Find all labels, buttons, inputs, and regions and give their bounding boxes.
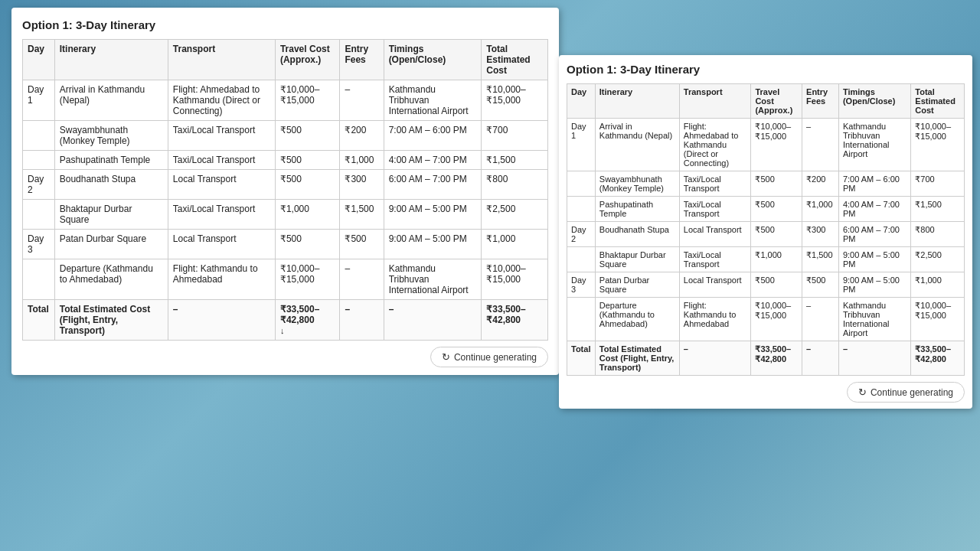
total-cell: Total Estimated Cost (Flight, Entry, Tra… bbox=[54, 300, 168, 341]
table-cell: ₹500 bbox=[751, 272, 802, 298]
table-cell: Day 1 bbox=[567, 119, 596, 171]
table-cell: ₹500 bbox=[751, 171, 802, 197]
table-cell: Day 1 bbox=[23, 80, 55, 121]
table-cell: 7:00 AM – 6:00 PM bbox=[838, 171, 910, 197]
refresh-icon: ↻ bbox=[442, 351, 450, 363]
s-col-day: Day bbox=[567, 84, 596, 119]
table-cell: Flight: Kathmandu to Ahmedabad bbox=[679, 298, 751, 341]
total-cell: Total bbox=[567, 341, 596, 376]
secondary-panel-title: Option 1: 3-Day Itinerary bbox=[567, 63, 965, 76]
table-cell: Local Transport bbox=[679, 222, 751, 247]
col-travel-cost: Travel Cost (Approx.) bbox=[275, 40, 339, 80]
table-row: Departure (Kathmandu to Ahmedabad)Flight… bbox=[567, 298, 965, 341]
table-cell: Bhaktapur Durbar Square bbox=[54, 200, 168, 230]
table-cell: 9:00 AM – 5:00 PM bbox=[838, 272, 910, 298]
table-row: Pashupatinath TempleTaxi/Local Transport… bbox=[567, 197, 965, 222]
table-cell: ₹1,000 bbox=[482, 230, 548, 259]
table-cell: ₹10,000–₹15,000 bbox=[482, 80, 548, 121]
table-cell: Day 2 bbox=[567, 222, 596, 247]
table-cell: ₹1,000 bbox=[275, 200, 339, 230]
table-cell: Taxi/Local Transport bbox=[679, 171, 751, 197]
table-cell: Patan Durbar Square bbox=[54, 230, 168, 259]
table-cell: Arrival in Kathmandu (Nepal) bbox=[595, 119, 679, 171]
table-cell: ₹500 bbox=[751, 197, 802, 222]
table-cell: ₹700 bbox=[911, 171, 965, 197]
total-row: TotalTotal Estimated Cost (Flight, Entry… bbox=[23, 300, 548, 341]
table-cell: 9:00 AM – 5:00 PM bbox=[838, 247, 910, 272]
table-cell bbox=[23, 200, 55, 230]
s-continue-generating-button[interactable]: ↻ Continue generating bbox=[847, 382, 965, 403]
table-cell: ₹200 bbox=[802, 171, 839, 197]
table-cell: 6:00 AM – 7:00 PM bbox=[838, 222, 910, 247]
table-cell: ₹1,500 bbox=[911, 197, 965, 222]
table-cell: ₹300 bbox=[340, 170, 384, 200]
table-cell: Departure (Kathmandu to Ahmedabad) bbox=[595, 298, 679, 341]
table-cell: Patan Durbar Square bbox=[595, 272, 679, 298]
continue-button-label: Continue generating bbox=[454, 352, 537, 363]
table-cell: Pashupatinath Temple bbox=[595, 197, 679, 222]
table-cell: ₹200 bbox=[340, 121, 384, 151]
table-cell: ₹2,500 bbox=[482, 200, 548, 230]
total-cell: – bbox=[802, 341, 839, 376]
table-cell: Departure (Kathmandu to Ahmedabad) bbox=[54, 259, 168, 300]
table-cell: ₹2,500 bbox=[911, 247, 965, 272]
s-clearfix: ↻ Continue generating bbox=[567, 376, 965, 403]
table-row: Pashupatinath TempleTaxi/Local Transport… bbox=[23, 151, 548, 170]
table-cell bbox=[567, 197, 596, 222]
table-cell: Local Transport bbox=[168, 230, 275, 259]
table-row: Bhaktapur Durbar SquareTaxi/Local Transp… bbox=[23, 200, 548, 230]
table-cell: ₹1,500 bbox=[340, 200, 384, 230]
table-cell: 9:00 AM – 5:00 PM bbox=[384, 230, 482, 259]
table-cell bbox=[567, 171, 596, 197]
table-cell: Taxi/Local Transport bbox=[168, 151, 275, 170]
total-cell: ₹33,500–₹42,800 bbox=[911, 341, 965, 376]
table-cell: ₹500 bbox=[802, 272, 839, 298]
main-panel: Option 1: 3-Day Itinerary Day Itinerary … bbox=[11, 8, 559, 375]
table-cell: 4:00 AM – 7:00 PM bbox=[838, 197, 910, 222]
table-cell: Taxi/Local Transport bbox=[168, 121, 275, 151]
col-timings: Timings (Open/Close) bbox=[384, 40, 482, 80]
table-cell bbox=[23, 259, 55, 300]
s-col-entry-fees: Entry Fees bbox=[802, 84, 839, 119]
table-cell: Flight: Kathmandu to Ahmedabad bbox=[168, 259, 275, 300]
s-col-itinerary: Itinerary bbox=[595, 84, 679, 119]
table-cell: Pashupatinath Temple bbox=[54, 151, 168, 170]
table-cell: ₹500 bbox=[275, 230, 339, 259]
table-cell: Swayambhunath (Monkey Temple) bbox=[595, 171, 679, 197]
table-cell: ₹1,000 bbox=[751, 247, 802, 272]
table-cell: ₹10,000–₹15,000 bbox=[751, 298, 802, 341]
table-row: Day 1Arrival in Kathmandu (Nepal)Flight:… bbox=[23, 80, 548, 121]
table-cell: ₹10,000–₹15,000 bbox=[482, 259, 548, 300]
table-cell: ₹1,500 bbox=[802, 247, 839, 272]
table-cell: ₹500 bbox=[340, 230, 384, 259]
secondary-table: Day Itinerary Transport Travel Cost (App… bbox=[567, 83, 965, 376]
total-cell: Total bbox=[23, 300, 55, 341]
total-cell: – bbox=[679, 341, 751, 376]
s-col-transport: Transport bbox=[679, 84, 751, 119]
table-cell: – bbox=[340, 259, 384, 300]
table-cell bbox=[23, 151, 55, 170]
table-row: Day 2Boudhanath StupaLocal Transport₹500… bbox=[567, 222, 965, 247]
table-cell: Bhaktapur Durbar Square bbox=[595, 247, 679, 272]
col-itinerary: Itinerary bbox=[54, 40, 168, 80]
table-cell: Kathmandu Tribhuvan International Airpor… bbox=[838, 298, 910, 341]
table-cell: ₹1,000 bbox=[340, 151, 384, 170]
table-cell: Boudhanath Stupa bbox=[54, 170, 168, 200]
table-row: Swayambhunath (Monkey Temple)Taxi/Local … bbox=[567, 171, 965, 197]
table-cell: ₹500 bbox=[275, 151, 339, 170]
continue-generating-button[interactable]: ↻ Continue generating bbox=[430, 347, 548, 367]
table-cell: – bbox=[802, 298, 839, 341]
table-row: Bhaktapur Durbar SquareTaxi/Local Transp… bbox=[567, 247, 965, 272]
s-refresh-icon: ↻ bbox=[858, 386, 867, 398]
col-total-cost: Total Estimated Cost bbox=[482, 40, 548, 80]
table-row: Day 2Boudhanath StupaLocal Transport₹500… bbox=[23, 170, 548, 200]
table-cell: – bbox=[802, 119, 839, 171]
total-cell: – bbox=[384, 300, 482, 341]
table-cell: Day 3 bbox=[567, 272, 596, 298]
table-cell: ₹300 bbox=[802, 222, 839, 247]
table-cell bbox=[567, 247, 596, 272]
table-cell: Taxi/Local Transport bbox=[679, 197, 751, 222]
table-row: Day 3Patan Durbar SquareLocal Transport₹… bbox=[567, 272, 965, 298]
total-cell: – bbox=[340, 300, 384, 341]
s-col-total-cost: Total Estimated Cost bbox=[911, 84, 965, 119]
